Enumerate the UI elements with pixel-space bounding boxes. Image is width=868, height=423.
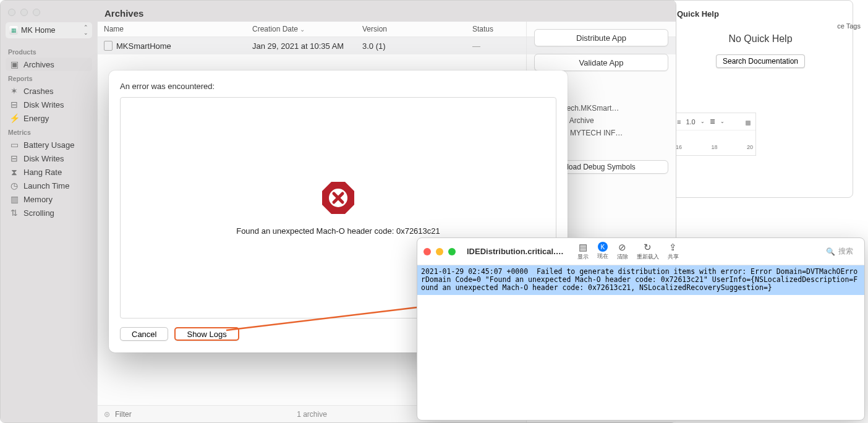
filter-icon[interactable]: ⊜	[104, 410, 110, 419]
action-label: 共享	[668, 253, 679, 261]
sidebar-item-label: Energy	[23, 114, 49, 123]
disk-icon: ⊟	[9, 153, 19, 163]
minimize-window-icon[interactable]	[436, 248, 443, 255]
sidebar-item-label: Scrolling	[23, 208, 54, 218]
zoom-window-icon[interactable]	[448, 248, 456, 255]
sidebar-item-crashes[interactable]: ✶Crashes	[6, 84, 92, 98]
sidebar-item-diskwrites2[interactable]: ⊟Disk Writes	[6, 152, 92, 165]
col-version[interactable]: Version	[356, 25, 466, 33]
archive-status: —	[466, 41, 517, 51]
search-documentation-button[interactable]: Search Documentation	[716, 54, 805, 68]
chevron-down-icon: ⌄	[300, 26, 305, 33]
action-label: 清除	[617, 253, 628, 261]
sidebar-section-metrics: Metrics	[6, 125, 92, 138]
no-quick-help-label: No Quick Help	[668, 33, 853, 45]
show-logs-button[interactable]: Show Logs	[174, 327, 239, 341]
sidebar-item-scrolling[interactable]: ⇅Scrolling	[6, 206, 92, 220]
app-icon: ▦	[9, 26, 18, 35]
source-tags-label: ce Tags	[837, 22, 861, 30]
zoom-window-icon[interactable]	[33, 9, 40, 16]
reload-action[interactable]: ↻重新载入	[637, 242, 659, 261]
archive-version: 3.0 (1)	[356, 41, 466, 51]
tab-marker-icon	[746, 121, 751, 126]
scheme-name: MK Home	[21, 26, 56, 35]
memory-icon: ▥	[9, 194, 19, 204]
col-name[interactable]: Name	[98, 25, 246, 33]
close-window-icon[interactable]	[423, 248, 431, 255]
filter-input[interactable]	[115, 410, 239, 419]
sidebar-item-launchtime[interactable]: ◷Launch Time	[6, 179, 92, 192]
sidebar-item-archives[interactable]: ▣ Archives	[6, 58, 92, 71]
console-log-text[interactable]: 2021-01-29 02:45:07 +0000 Failed to gene…	[417, 265, 864, 295]
clear-action[interactable]: ⊘清除	[617, 242, 628, 261]
sidebar-item-label: Archives	[23, 60, 54, 69]
energy-icon: ⚡	[9, 113, 19, 123]
action-label: 现在	[597, 252, 608, 260]
disk-icon: ⊟	[9, 100, 19, 109]
sidebar-section-products: Products	[6, 45, 92, 58]
search-placeholder: 搜索	[838, 246, 853, 257]
clear-icon: ⊘	[618, 242, 626, 252]
battery-icon: ▭	[9, 140, 19, 150]
col-date[interactable]: Creation Date ⌄	[246, 25, 356, 33]
ruler-panel: ≡ 1.0 ⌄ ≣ ⌄ 16 18 20	[673, 113, 756, 156]
col-date-label: Creation Date	[252, 25, 298, 33]
sidebar-item-hangrate[interactable]: ⧗Hang Rate	[6, 165, 92, 179]
scheme-dropdown[interactable]: ▦ MK Home ⌃⌄	[6, 22, 92, 38]
archive-icon: ▣	[9, 59, 19, 69]
console-search[interactable]: 🔍 搜索	[821, 245, 858, 258]
sidebar-item-energy[interactable]: ⚡Energy	[6, 111, 92, 125]
crashes-icon: ✶	[9, 86, 19, 96]
archive-count: 1 archive	[297, 410, 327, 419]
console-title: IDEDistribution.critical.…	[467, 247, 564, 256]
ruler-tick: 20	[747, 144, 753, 150]
sidebar-item-label: Disk Writes	[23, 154, 64, 163]
archive-name: MKSmartHome	[116, 41, 171, 51]
document-icon	[104, 41, 113, 51]
sidebar-item-memory[interactable]: ▥Memory	[6, 192, 92, 206]
error-message: Found an unexpected Mach-O header code: …	[236, 226, 440, 236]
sidebar-item-battery[interactable]: ▭Battery Usage	[6, 138, 92, 152]
show-action[interactable]: ▤显示	[577, 242, 589, 261]
scroll-icon: ⇅	[9, 208, 19, 218]
archive-date: Jan 29, 2021 at 10:35 AM	[246, 41, 356, 51]
search-icon: 🔍	[826, 247, 835, 256]
quick-help-title: Quick Help	[668, 1, 853, 24]
cancel-button[interactable]: Cancel	[120, 327, 168, 341]
action-label: 重新载入	[637, 253, 659, 261]
col-status[interactable]: Status	[466, 25, 517, 33]
error-stop-icon	[321, 181, 355, 215]
sidebar-item-label: Disk Writes	[23, 100, 64, 109]
scale-value[interactable]: 1.0	[686, 118, 695, 126]
list-icon[interactable]: ≣	[710, 118, 715, 126]
validate-app-button[interactable]: Validate App	[534, 54, 668, 71]
action-label: 显示	[577, 253, 589, 261]
sidebar-item-label: Battery Usage	[23, 140, 74, 150]
distribute-app-button[interactable]: Distribute App	[534, 29, 668, 46]
ruler-tick: 18	[711, 144, 717, 150]
dialog-title: An error was encountered:	[120, 82, 556, 91]
hang-icon: ⧗	[9, 167, 19, 177]
minimize-window-icon[interactable]	[20, 9, 28, 16]
titlebar: Archives	[1, 1, 676, 24]
console-toolbar: IDEDistribution.critical.… ▤显示 K现在 ⊘清除 ↻…	[417, 238, 864, 265]
reload-icon: ↻	[644, 242, 652, 252]
sidebar: ▦ MK Home ⌃⌄ Products ▣ Archives Reports…	[1, 19, 97, 422]
close-window-icon[interactable]	[8, 9, 15, 16]
sidebar-item-label: Launch Time	[23, 181, 69, 190]
quick-help-panel: Quick Help No Quick Help Search Document…	[668, 0, 853, 198]
now-action[interactable]: K现在	[597, 242, 608, 260]
justify-icon[interactable]: ≡	[677, 118, 681, 126]
sidebar-icon: ▤	[579, 242, 587, 252]
window-title: Archives	[104, 8, 143, 19]
sidebar-item-label: Memory	[23, 195, 53, 204]
sidebar-item-label: Hang Rate	[23, 168, 62, 177]
console-window: IDEDistribution.critical.… ▤显示 K现在 ⊘清除 ↻…	[417, 237, 865, 421]
now-icon: K	[598, 242, 608, 252]
launch-icon: ◷	[9, 181, 19, 190]
ruler-tick: 16	[676, 144, 682, 150]
sidebar-section-reports: Reports	[6, 71, 92, 84]
share-action[interactable]: ⇪共享	[668, 242, 679, 261]
chevron-updown-icon: ⌃⌄	[83, 25, 88, 36]
sidebar-item-diskwrites[interactable]: ⊟Disk Writes	[6, 98, 92, 111]
